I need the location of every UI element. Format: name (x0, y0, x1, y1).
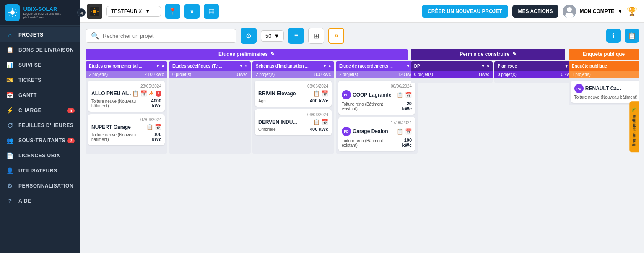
info-button[interactable]: ℹ (606, 29, 621, 43)
mes-actions-button[interactable]: MES ACTIONS (512, 5, 559, 18)
sidebar-item-label: PROJETS (18, 32, 44, 38)
expand-icon[interactable]: » (487, 64, 489, 68)
project-card[interactable]: 23/05/2024 ALLO PNEU AI... 📋 📅 ⚠ 1 (88, 81, 165, 112)
gear-icon: ⚙ (246, 32, 252, 40)
phase-permis-construire: Permis de construire ✎ DP ▼ » 0 projet(s… (411, 49, 565, 83)
project-kwc: 20 kWc (397, 101, 412, 111)
sidebar-item-projets[interactable]: ⌂ PROJETS (0, 27, 80, 42)
search-box[interactable]: 🔍 (86, 29, 236, 43)
phase-edit-icon[interactable]: ✎ (270, 51, 275, 57)
workspace-label: TESTFAUBIX (111, 8, 142, 14)
warning-badge: 1 (156, 91, 161, 97)
card-date: 17/06/2024 (342, 120, 412, 125)
sidebar-item-gantt[interactable]: 📅 GANTT (0, 88, 80, 103)
project-card[interactable]: PD RENAULT Ca... Toiture neuve (Nouveau … (571, 81, 639, 103)
sidebar-item-suivi[interactable]: 📊 SUIVI SE (0, 57, 80, 73)
location-button[interactable]: 📍 (165, 4, 180, 19)
sidebar-item-licences[interactable]: 📄 LICENCES UBIX (0, 148, 80, 163)
card-icons: 📋 📅 (313, 90, 328, 97)
project-card[interactable]: 08/06/2024 PD COOP Lagrande 📋 📅 (338, 81, 415, 115)
col-stats: 2 projet(s) 120 kWc (336, 71, 418, 78)
project-card[interactable]: 07/06/2024 NUPERT Garage 📋 📅 Toit (88, 114, 165, 145)
col-header-etudes-env: Etudes environnemental ... ▼ » (86, 61, 167, 71)
filter-sliders-button[interactable]: ≡ (288, 28, 304, 44)
chevron-down-icon[interactable]: ▼ (156, 64, 160, 68)
project-count: 1 projet(s) (572, 72, 591, 77)
license-icon: 📄 (6, 152, 14, 159)
sidebar-collapse-button[interactable]: ◀ (77, 8, 86, 17)
expand-icon[interactable]: » (328, 64, 331, 68)
project-card[interactable]: 06/06/2024 DERVEN INDU... 📋 📅 Omb (255, 109, 332, 135)
sidebar-item-feuilles[interactable]: ⏱ FEUILLES D'HEURES (0, 118, 80, 133)
card-bottom-row: Toiture réno (Bâtiment existant) 20 kWc (342, 101, 412, 111)
project-name: BRIVIN Elevage (258, 91, 296, 97)
sidebar-item-personnalisation[interactable]: ⚙ PERSONNALISATION (0, 178, 80, 193)
phase-header-permis: Permis de construire ✎ (411, 49, 565, 60)
col-stats: 2 projet(s) 800 kWc (252, 71, 334, 78)
page-size-value: 50 (265, 33, 271, 39)
card-title-row: NUPERT Garage 📋 📅 (91, 124, 161, 130)
col-header-schemas: Schémas d'implantation ... ▼ » (252, 61, 334, 71)
card-date: 08/06/2024 (258, 84, 328, 89)
grid-button[interactable]: ▦ (204, 4, 219, 19)
grid-view-button[interactable]: ⊞ (308, 28, 324, 44)
search-input[interactable] (103, 33, 231, 39)
col-title: Schémas d'implantation ... (256, 64, 321, 68)
forward-button[interactable]: » (184, 4, 200, 19)
sidebar-item-sous-traitants[interactable]: 👥 SOUS-TRAITANTS 2 (0, 133, 80, 148)
expand-icon[interactable]: » (161, 64, 164, 68)
account-menu[interactable]: MON COMPTE ▼ (563, 5, 623, 18)
col-stats: 1 projet(s) (569, 71, 639, 78)
kanban-view-icon: » (335, 32, 338, 39)
project-name: DERVEN INDU... (258, 119, 297, 125)
workspace-selector[interactable]: TESTFAUBIX ▼ (106, 6, 161, 17)
col-title: Plan exec (498, 64, 563, 68)
project-type: Toiture neuve (Nouveau bâtiment) (91, 99, 144, 108)
col-schemas-implant: Schémas d'implantation ... ▼ » 2 projet(… (252, 61, 334, 154)
phase-label: Enquête publique (583, 51, 625, 57)
chevron-down-icon[interactable]: ▼ (406, 64, 410, 68)
avatar: PD (574, 84, 584, 93)
trophy-icon: 🏆 (627, 6, 637, 16)
project-type: Toiture réno (Bâtiment existant) (342, 138, 395, 148)
project-name: COOP Lagrande (353, 92, 391, 98)
bug-report-button[interactable]: 🐛 Signaler un bug (630, 101, 639, 152)
phase-header-etudes: Etudes préliminaires ✎ (86, 49, 408, 60)
sidebar-item-bons[interactable]: 📋 BONS DE LIVRAISON (0, 42, 80, 57)
chevron-down-icon[interactable]: ▼ (564, 64, 569, 68)
sidebar-item-charge[interactable]: ⚡ CHARGE 5 (0, 103, 80, 118)
phase-columns: Enquête publique 1 projet(s) PD (569, 61, 639, 105)
create-project-button[interactable]: CRÉER UN NOUVEAU PROJET (422, 5, 508, 18)
file-icon: 📋 (313, 119, 320, 125)
col-cards (411, 78, 493, 83)
sidebar-item-tickets[interactable]: 🎫 TICKETS (0, 73, 80, 88)
sidebar-item-utilisateurs[interactable]: 👤 UTILISATEURS (0, 163, 80, 178)
project-kwc: 100 kWc (145, 132, 161, 142)
settings-icon: ⚙ (6, 183, 14, 189)
phase-columns: DP ▼ » 0 projet(s) 0 kWc Plan ex (411, 61, 565, 83)
sidebar-item-aide[interactable]: ? AIDE (0, 193, 80, 209)
phase-enquete-publique: Enquête publique Enquête publique 1 proj… (569, 49, 639, 105)
chevron-down-icon[interactable]: ▼ (481, 64, 485, 68)
chevron-down-icon[interactable]: ▼ (323, 64, 327, 68)
expand-icon[interactable]: » (245, 64, 247, 68)
project-kwc: 100 kWc (395, 138, 412, 148)
col-title: DP (414, 64, 480, 68)
project-card[interactable]: 08/06/2024 BRIVIN Elevage 📋 📅 Agr (255, 81, 332, 107)
chevron-down-icon[interactable]: ▼ (239, 64, 244, 68)
col-cards: 08/06/2024 PD COOP Lagrande 📋 📅 (336, 78, 418, 154)
card-icons: 📋 📅 (397, 128, 412, 135)
filter-gear-button[interactable]: ⚙ (241, 28, 257, 44)
card-title-row: DERVEN INDU... 📋 📅 (258, 119, 328, 125)
chevron-down-icon: ▼ (145, 8, 150, 14)
avatar (563, 5, 576, 18)
sidebar-item-label: SOUS-TRAITANTS (18, 138, 65, 143)
project-card[interactable]: 17/06/2024 PD Garage Dealon 📋 📅 (338, 117, 415, 151)
kanban-view-button[interactable]: » (328, 28, 344, 44)
card-icons: 📋 📅 (146, 124, 161, 130)
doc-button[interactable]: 📋 (625, 29, 639, 43)
project-name: RENAULT Ca... (585, 86, 621, 91)
project-name: NUPERT Garage (91, 124, 131, 130)
page-size-selector[interactable]: 50 ▼ (261, 30, 284, 42)
phase-edit-icon[interactable]: ✎ (512, 51, 517, 57)
